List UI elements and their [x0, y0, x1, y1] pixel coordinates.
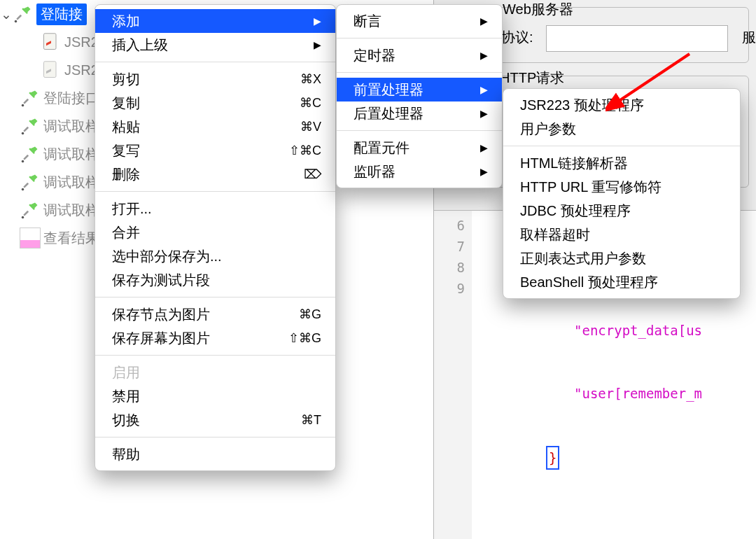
submenu-add: 断言▶ 定时器▶ 前置处理器▶ 后置处理器▶ 配置元件▶ 监听器▶ — [336, 4, 503, 188]
menu-label: 保存屏幕为图片 — [112, 329, 210, 348]
svg-rect-4 — [23, 99, 29, 104]
menu-label: JSR223 预处理程序 — [520, 96, 644, 115]
menu-label: 正则表达式用户参数 — [520, 249, 646, 268]
menu-label: 添加 — [112, 12, 140, 31]
eyedropper-icon — [20, 88, 41, 108]
menu-label: 保存为测试片段 — [112, 271, 210, 290]
eyedropper-icon — [20, 200, 41, 220]
svg-rect-6 — [23, 127, 29, 132]
menu-item-paste[interactable]: 粘贴⌘V — [95, 115, 335, 139]
menu-label: 禁用 — [112, 387, 140, 406]
menu-item-save-fragment[interactable]: 保存为测试片段 — [95, 268, 335, 292]
menu-item-listener[interactable]: 监听器▶ — [337, 160, 502, 183]
menu-item-regex-user-params[interactable]: 正则表达式用户参数 — [503, 246, 740, 270]
svg-point-9 — [22, 160, 24, 163]
group-title: HTTP请求 — [500, 69, 564, 88]
menu-label: JDBC 预处理程序 — [520, 202, 631, 220]
menu-item-help[interactable]: 帮助 — [95, 442, 335, 466]
menu-item-beanshell[interactable]: BeanShell 预处理程序 — [503, 270, 740, 294]
menu-label: 复写 — [112, 141, 140, 160]
menu-label: 复制 — [112, 94, 140, 113]
svg-point-5 — [22, 104, 24, 107]
script-icon — [41, 31, 62, 52]
svg-rect-12 — [23, 211, 29, 216]
svg-rect-0 — [16, 15, 22, 20]
menu-separator — [337, 72, 502, 73]
menu-label: 断言 — [354, 12, 382, 31]
svg-point-7 — [22, 132, 24, 135]
menu-item-assertion[interactable]: 断言▶ — [337, 9, 502, 33]
menu-item-disable[interactable]: 禁用 — [95, 384, 335, 408]
menu-item-toggle[interactable]: 切换⌘T — [95, 408, 335, 432]
menu-label: 保存节点为图片 — [112, 305, 210, 324]
menu-item-enable: 启用 — [95, 360, 335, 384]
chart-icon — [20, 227, 41, 248]
submenu-arrow-icon: ▶ — [480, 142, 488, 153]
script-icon — [41, 59, 62, 80]
menu-label: 用户参数 — [520, 120, 576, 139]
menu-label: 配置元件 — [354, 139, 410, 158]
menu-item-merge[interactable]: 合并 — [95, 220, 335, 244]
shortcut: ⇧⌘G — [288, 330, 321, 346]
gutter: 6 7 8 9 — [434, 211, 472, 539]
submenu-arrow-icon: ▶ — [314, 39, 321, 50]
menu-item-insert-parent[interactable]: 插入上级 ▶ — [95, 33, 335, 57]
line-number: 8 — [434, 257, 465, 278]
menu-item-preprocessor[interactable]: 前置处理器▶ — [337, 78, 502, 102]
tree-label: 登陆接 — [36, 4, 87, 25]
menu-item-postprocessor[interactable]: 后置处理器▶ — [337, 102, 502, 125]
shortcut: ⌘X — [300, 71, 321, 87]
submenu-arrow-icon: ▶ — [480, 50, 488, 61]
menu-item-save-node-image[interactable]: 保存节点为图片⌘G — [95, 302, 335, 326]
tree-label: 登陆接口 — [43, 89, 99, 108]
menu-label: 帮助 — [112, 445, 140, 464]
menu-item-save-selection[interactable]: 选中部分保存为... — [95, 244, 335, 268]
menu-item-jdbc[interactable]: JDBC 预处理程序 — [503, 199, 740, 223]
menu-label: 选中部分保存为... — [112, 247, 222, 266]
menu-item-config[interactable]: 配置元件▶ — [337, 136, 502, 160]
menu-separator — [337, 130, 502, 131]
server-button[interactable]: 服 — [742, 28, 756, 47]
menu-label: 监听器 — [354, 162, 396, 181]
menu-separator — [95, 355, 335, 356]
menu-label: 打开... — [112, 200, 152, 218]
svg-rect-10 — [23, 183, 29, 188]
protocol-input[interactable] — [546, 25, 728, 52]
menu-item-open[interactable]: 打开... — [95, 197, 335, 220]
line-number: 7 — [434, 236, 465, 257]
shortcut: ⌘C — [300, 95, 321, 111]
menu-item-delete[interactable]: 删除⌦ — [95, 162, 335, 186]
menu-label: 前置处理器 — [354, 80, 424, 99]
menu-item-sample-timeout[interactable]: 取样器超时 — [503, 223, 740, 246]
submenu-arrow-icon: ▶ — [480, 108, 488, 119]
group-title: Web服务器 — [503, 0, 573, 19]
menu-item-html-link-parser[interactable]: HTML链接解析器 — [503, 151, 740, 175]
svg-point-1 — [15, 20, 18, 23]
menu-item-jsr223[interactable]: JSR223 预处理程序 — [503, 93, 740, 117]
menu-label: 删除 — [112, 165, 140, 184]
menu-item-url-rewrite[interactable]: HTTP URL 重写修饰符 — [503, 175, 740, 199]
submenu-arrow-icon: ▶ — [480, 84, 488, 95]
menu-separator — [95, 437, 335, 438]
menu-label: BeanShell 预处理程序 — [520, 273, 658, 292]
menu-item-cut[interactable]: 剪切⌘X — [95, 67, 335, 91]
menu-label: 插入上级 — [112, 36, 168, 55]
menu-item-add[interactable]: 添加 ▶ — [95, 9, 335, 33]
menu-item-copy[interactable]: 复制⌘C — [95, 91, 335, 115]
submenu-arrow-icon: ▶ — [480, 15, 488, 27]
shortcut: ⌦ — [304, 167, 321, 182]
menu-label: 取样器超时 — [520, 225, 590, 244]
svg-point-11 — [22, 188, 24, 191]
menu-label: 启用 — [112, 363, 140, 382]
menu-item-save-screen-image[interactable]: 保存屏幕为图片⇧⌘G — [95, 326, 335, 350]
shortcut: ⌘G — [299, 307, 321, 322]
menu-item-duplicate[interactable]: 复写⇧⌘C — [95, 139, 335, 162]
menu-item-timer[interactable]: 定时器▶ — [337, 43, 502, 67]
eyedropper-icon — [20, 115, 41, 136]
eyedropper-icon — [20, 172, 41, 192]
menu-label: HTTP URL 重写修饰符 — [520, 178, 662, 197]
menu-item-user-params[interactable]: 用户参数 — [503, 117, 740, 141]
shortcut: ⌘T — [301, 412, 321, 428]
eyedropper-icon — [13, 4, 34, 24]
shortcut: ⇧⌘C — [289, 143, 321, 158]
